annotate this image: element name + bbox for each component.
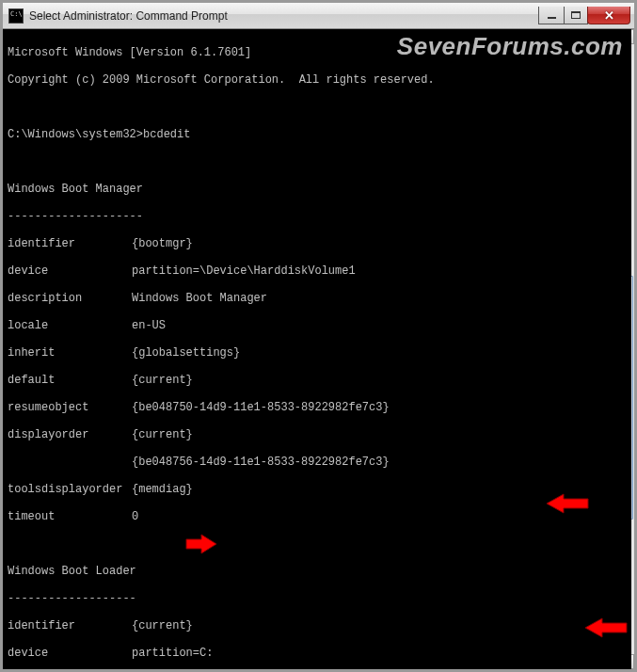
field-key: identifier (8, 619, 132, 633)
console-output[interactable]: Microsoft Windows [Version 6.1.7601] Cop… (3, 29, 631, 669)
field-key: locale (8, 319, 132, 333)
window-title: Select Administrator: Command Prompt (29, 9, 228, 23)
close-button[interactable]: ✕ (587, 7, 630, 24)
field-val: {be048756-14d9-11e1-8533-8922982fe7c3} (132, 456, 390, 469)
minimize-button[interactable] (538, 7, 565, 24)
section-header: Windows Boot Manager (8, 183, 631, 197)
command-prompt-window: Select Administrator: Command Prompt ✕ ▲… (0, 0, 637, 672)
field-val: {globalsettings} (132, 346, 240, 360)
output-line: Copyright (c) 2009 Microsoft Corporation… (8, 73, 631, 88)
field-val: en-US (132, 319, 166, 332)
output-line: Microsoft Windows [Version 6.1.7601] (8, 46, 631, 60)
field-val: {be048750-14d9-11e1-8533-8922982fe7c3} (132, 401, 390, 414)
field-key: inherit (8, 346, 132, 360)
command-text: bcdedit (143, 128, 190, 141)
field-key: device (8, 264, 132, 279)
field-val: {memdiag} (132, 483, 193, 496)
field-key: description (8, 292, 132, 306)
prompt: C:\Windows\system32> (8, 128, 143, 141)
field-val: partition=C: (132, 647, 213, 660)
field-key: default (8, 374, 132, 388)
field-key: resumeobject (8, 401, 132, 415)
field-key: toolsdisplayorder (8, 483, 132, 497)
field-val: Windows Boot Manager (132, 292, 267, 305)
titlebar[interactable]: Select Administrator: Command Prompt ✕ (3, 3, 634, 29)
section-header: Windows Boot Loader (8, 565, 631, 579)
maximize-button[interactable] (564, 7, 588, 24)
field-val: {current} (132, 374, 193, 387)
field-key: device (8, 647, 132, 661)
field-val: {current} (132, 428, 193, 441)
field-key: identifier (8, 237, 132, 251)
cmd-icon (8, 8, 24, 24)
section-underline: ------------------- (8, 592, 631, 606)
field-key: timeout (8, 510, 132, 524)
field-key: displayorder (8, 428, 132, 442)
field-val: {current} (132, 619, 193, 632)
field-val: 0 (132, 510, 138, 523)
field-val: {bootmgr} (132, 237, 193, 250)
field-val: partition=\Device\HarddiskVolume1 (132, 264, 356, 278)
section-underline: -------------------- (8, 210, 631, 224)
